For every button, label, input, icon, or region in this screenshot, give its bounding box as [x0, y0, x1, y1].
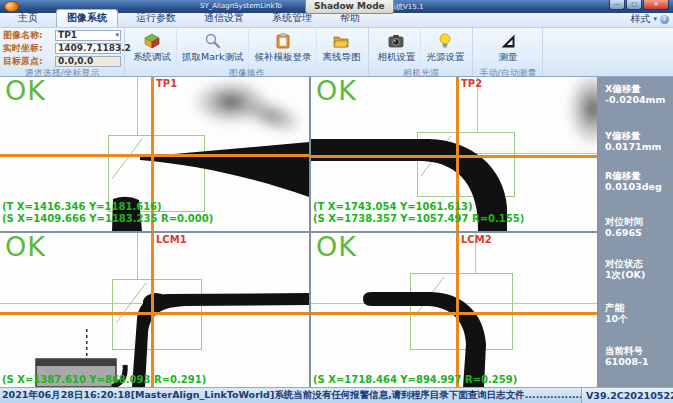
image-name-label: 图像名称:	[3, 29, 55, 42]
coordinate-readout: (T X=1743.054 Y=1061.613) (S X=1738.357 …	[313, 201, 524, 224]
system-debug-button[interactable]: 系统调试	[128, 29, 176, 67]
magnifier-icon	[204, 32, 222, 50]
window-title-left: SY_AliagnSystemLinkTo	[200, 2, 282, 10]
status-ok: OK	[316, 77, 357, 106]
template-folder-icon	[274, 32, 292, 50]
crosshair-vertical	[456, 233, 459, 387]
crosshair-vertical	[151, 233, 154, 387]
crosshair-horizontal	[0, 312, 309, 315]
ribbon-group-measure: 测量 手动/自动测量	[473, 28, 543, 76]
camera-label: LCM1	[156, 234, 187, 245]
menu-home[interactable]: 主页	[8, 10, 48, 27]
coordinate-readout: (S X=1718.464 Y=894.997 R=0.259)	[313, 374, 517, 386]
grab-mark-test-button[interactable]: 抓取Mark测试	[176, 29, 248, 67]
image-name-combo[interactable]: TP1	[55, 30, 121, 41]
align-time-readout: 对位时间0.696S	[605, 217, 643, 238]
status-ok: OK	[316, 233, 357, 262]
crosshair-horizontal	[311, 155, 597, 158]
target-origin-field[interactable]: 0.0,0.0	[55, 56, 121, 67]
coordinate-readout: (T X=1416.346 Y=1181.616) (S X=1409.666 …	[2, 201, 213, 224]
status-message: 2021年06月28日16:20:18[MasterAlign_LinkToWo…	[0, 389, 581, 402]
chevron-down-icon[interactable]: ▾	[653, 15, 657, 23]
measure-button[interactable]: 测量	[493, 29, 522, 67]
help-icon[interactable]: ?	[660, 15, 669, 24]
r-offset-readout: R偏移量0.0103deg	[605, 171, 662, 192]
minimize-button[interactable]: —	[609, 0, 625, 10]
panel-edge-shape	[0, 233, 309, 387]
camera-label: LCM2	[461, 234, 492, 245]
menu-image-system[interactable]: 图像系统	[56, 9, 118, 27]
ribbon-group-channel: 图像名称: TP1 实时坐标: 1409.7,1183.2 目标原点: 0.0,…	[0, 28, 125, 76]
viewport-lcm2[interactable]: LCM2 OK (S X=1718.464 Y=894.997 R=0.259)	[311, 233, 597, 387]
open-folder-icon	[332, 32, 350, 50]
status-bar: 2021年06月28日16:20:18[MasterAlign_LinkToWo…	[0, 387, 673, 403]
coordinate-readout: (S X=1387.610 Y=868.093 R=0.291)	[2, 374, 206, 386]
menu-bar: 主页 图像系统 运行参数 通信设置 系统管理 帮助 样式 ▾ ?	[0, 13, 673, 28]
ribbon-group-camera-light: 相机设置 光源设置 相机光源	[369, 28, 473, 76]
ribbon-group-image-ops: 系统调试 抓取Mark测试 候补模板登录	[125, 28, 369, 76]
bulb-icon	[436, 32, 454, 50]
realtime-coord-label: 实时坐标:	[3, 42, 55, 55]
ribbon: 图像名称: TP1 实时坐标: 1409.7,1183.2 目标原点: 0.0,…	[0, 28, 673, 77]
camera-settings-button[interactable]: 相机设置	[372, 29, 420, 67]
ribbon-filler	[543, 28, 673, 76]
maximize-button[interactable]: ▢	[626, 0, 642, 10]
light-settings-button[interactable]: 光源设置	[420, 29, 469, 67]
target-origin-label: 目标原点:	[3, 55, 55, 68]
camera-label: TP1	[156, 78, 177, 89]
camera-label: TP2	[461, 78, 482, 89]
triangle-ruler-icon	[499, 32, 517, 50]
align-status-readout: 对位状态1次(OK)	[605, 259, 645, 280]
close-button[interactable]: ✕	[643, 0, 669, 10]
result-sidebar: X偏移量-0.0204mm Y偏移量0.0171mm R偏移量0.0103deg…	[598, 77, 673, 387]
style-dropdown[interactable]: 样式	[630, 12, 650, 26]
crosshair-horizontal	[0, 154, 309, 157]
part-number-readout: 当前料号61008-1	[605, 346, 649, 367]
y-offset-readout: Y偏移量0.0171mm	[605, 131, 661, 152]
crosshair-horizontal	[311, 312, 597, 315]
offline-map-button[interactable]: 离线导图	[316, 29, 365, 67]
shadow-mode-tab[interactable]: Shadow Mode	[305, 0, 394, 14]
status-ok: OK	[5, 77, 46, 106]
menu-comm-settings[interactable]: 通信设置	[194, 10, 254, 27]
camera-grid: TP1 OK (T X=1416.346 Y=1181.616) (S X=14…	[0, 77, 673, 387]
status-ok: OK	[5, 233, 46, 262]
menu-run-params[interactable]: 运行参数	[126, 10, 186, 27]
version-label: V39.2C20210522N	[581, 388, 673, 403]
viewport-lcm1[interactable]: LCM1 OK (S X=1387.610 Y=868.093 R=0.291)	[0, 233, 309, 387]
realtime-coord-field[interactable]: 1409.7,1183.2	[55, 43, 121, 54]
viewport-tp2[interactable]: TP2 OK (T X=1743.054 Y=1061.613) (S X=17…	[311, 77, 597, 231]
yield-readout: 产能10个	[605, 303, 628, 324]
camera-icon	[387, 32, 405, 50]
template-register-button[interactable]: 候补模板登录	[248, 29, 316, 67]
x-offset-readout: X偏移量-0.0204mm	[605, 84, 665, 105]
cube-icon	[143, 32, 161, 50]
viewport-tp1[interactable]: TP1 OK (T X=1416.346 Y=1181.616) (S X=14…	[0, 77, 309, 231]
